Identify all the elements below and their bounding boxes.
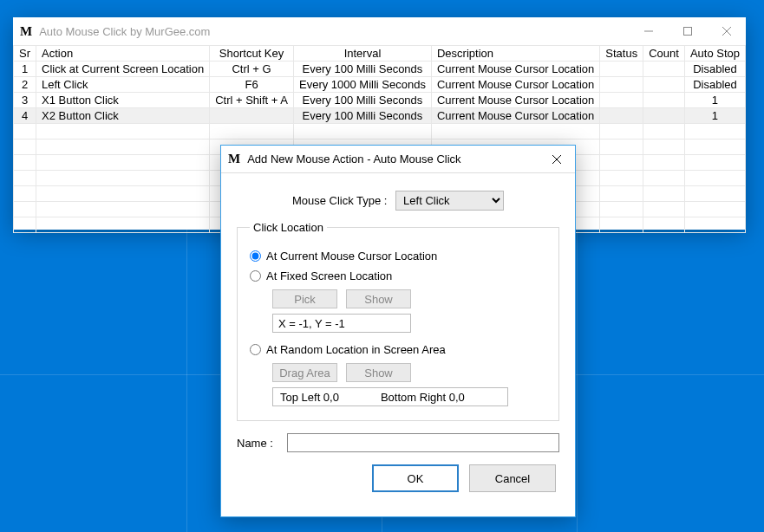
close-button[interactable] xyxy=(707,17,746,45)
col-interval[interactable]: Interval xyxy=(293,46,431,62)
col-sr[interactable]: Sr xyxy=(14,46,36,62)
click-type-label: Mouse Click Type : xyxy=(292,194,388,207)
name-label: Name : xyxy=(237,437,278,450)
app-icon: M xyxy=(20,24,32,39)
random-area-box: Top Left 0,0 Bottom Right 0,0 xyxy=(272,387,508,406)
radio-fixed-location[interactable] xyxy=(250,270,261,282)
radio-random-label: At Random Location in Screen Area xyxy=(266,343,446,356)
svg-rect-1 xyxy=(683,28,691,36)
dialog-title: Add New Mouse Action - Auto Mouse Click xyxy=(247,152,460,165)
radio-current-label: At Current Mouse Cursor Location xyxy=(266,250,437,263)
fixed-xy-box: X = -1, Y = -1 xyxy=(272,314,411,333)
col-action[interactable]: Action xyxy=(36,46,210,62)
maximize-button[interactable] xyxy=(668,17,707,45)
minimize-button[interactable] xyxy=(629,17,668,45)
add-action-dialog: M Add New Mouse Action - Auto Mouse Clic… xyxy=(220,145,576,517)
click-type-select[interactable]: Left Click xyxy=(395,191,504,211)
cancel-button[interactable]: Cancel xyxy=(469,464,556,492)
col-count[interactable]: Count xyxy=(643,46,685,62)
table-row[interactable]: 1Click at Current Screen LocationCtrl + … xyxy=(14,62,746,77)
show-random-button[interactable]: Show xyxy=(346,363,411,382)
random-bottomright: Bottom Right 0,0 xyxy=(381,391,465,404)
table-row[interactable]: 2Left ClickF6Every 1000 Milli SecondsCur… xyxy=(14,77,746,93)
col-shortcut[interactable]: Shortcut Key xyxy=(210,46,294,62)
radio-random-location[interactable] xyxy=(250,344,261,355)
fixed-xy-value: X = -1, Y = -1 xyxy=(278,317,345,330)
radio-current-cursor[interactable] xyxy=(250,250,261,262)
col-status[interactable]: Status xyxy=(600,46,643,62)
main-titlebar[interactable]: M Auto Mouse Click by MurGee.com xyxy=(13,17,746,45)
col-autostop[interactable]: Auto Stop xyxy=(684,46,745,62)
radio-fixed-label: At Fixed Screen Location xyxy=(266,269,392,282)
click-location-legend: Click Location xyxy=(250,221,327,234)
col-desc[interactable]: Description xyxy=(431,46,599,62)
click-location-group: Click Location At Current Mouse Cursor L… xyxy=(237,221,559,421)
dialog-close-button[interactable] xyxy=(539,146,575,173)
app-icon: M xyxy=(228,152,240,166)
table-row[interactable]: 3X1 Button ClickCtrl + Shift + AEvery 10… xyxy=(14,93,746,108)
random-topleft: Top Left 0,0 xyxy=(280,391,339,404)
drag-area-button[interactable]: Drag Area xyxy=(272,363,337,382)
ok-button[interactable]: OK xyxy=(372,464,459,492)
name-input[interactable] xyxy=(287,433,559,452)
show-fixed-button[interactable]: Show xyxy=(346,289,411,308)
dialog-titlebar[interactable]: M Add New Mouse Action - Auto Mouse Clic… xyxy=(221,146,575,173)
pick-button[interactable]: Pick xyxy=(272,289,337,308)
main-title: Auto Mouse Click by MurGee.com xyxy=(39,25,210,38)
table-row[interactable]: 4X2 Button ClickEvery 100 Milli SecondsC… xyxy=(14,108,746,124)
table-row[interactable] xyxy=(14,124,746,139)
